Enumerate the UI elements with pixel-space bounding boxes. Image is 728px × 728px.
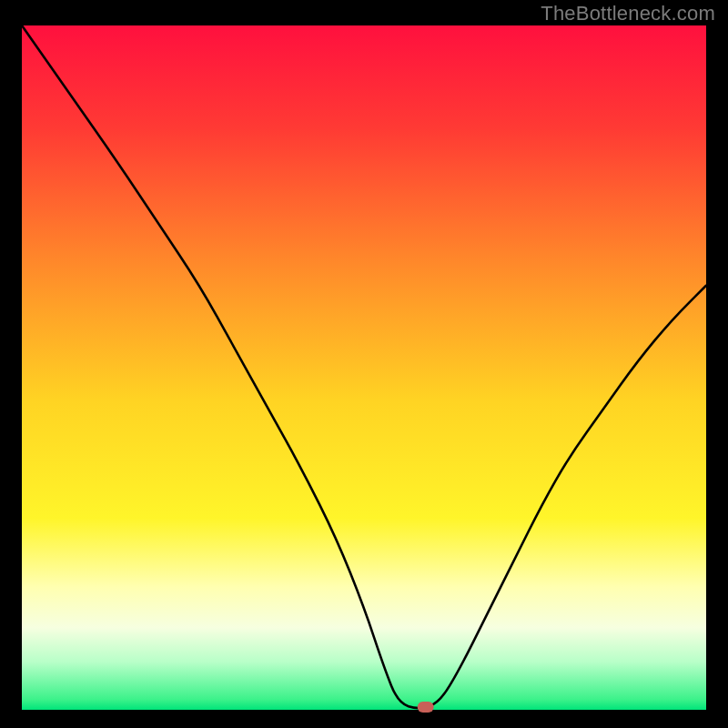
chart-frame: TheBottleneck.com xyxy=(0,0,728,728)
bottleneck-chart xyxy=(0,0,728,728)
optimal-point-marker xyxy=(418,702,434,713)
watermark-text: TheBottleneck.com xyxy=(541,2,715,25)
